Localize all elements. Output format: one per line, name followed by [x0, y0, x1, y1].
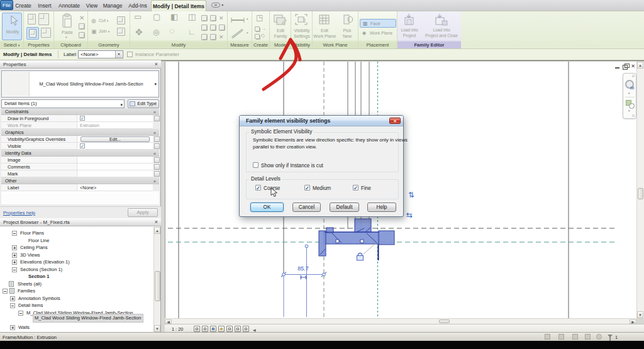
ok-button[interactable]: OK — [250, 202, 284, 212]
insert-component-icon[interactable] — [255, 34, 260, 39]
tree-item-3d-views[interactable]: 3D Views — [0, 252, 153, 259]
collapse-expander-icon[interactable] — [3, 289, 8, 294]
delete-icon[interactable]: ✕ — [219, 15, 224, 21]
diamond-icon[interactable]: ◇ — [261, 33, 265, 39]
align-icon[interactable]: ▭ — [134, 14, 142, 20]
crop-region-icon[interactable] — [243, 326, 249, 332]
visibility-settings-button[interactable]: Visibility — [291, 28, 313, 33]
editable-only-icon[interactable] — [585, 334, 591, 340]
family-category-icon[interactable] — [38, 13, 49, 25]
project-browser-title-bar[interactable]: Project Browser - M_Fixed.rfa × — [0, 218, 161, 226]
tree-item-elevations[interactable]: Elevations (Elevation 1) — [0, 258, 153, 266]
view-scale-button[interactable]: 1 : 20 — [172, 326, 183, 332]
unpin-icon[interactable] — [201, 25, 208, 31]
tab-add-ins[interactable]: Add-Ins — [126, 0, 150, 11]
scroll-down-icon[interactable]: ▼ — [637, 311, 643, 318]
cut-button[interactable]: Cut ▾ — [99, 18, 108, 23]
property-row[interactable]: Draw in Foreground ✓ — [1, 115, 159, 122]
family-types-icon[interactable] — [28, 14, 36, 25]
tree-item-walls[interactable]: Walls — [0, 324, 153, 331]
type-selector[interactable]: M_Clad Wood Sliding Window-Fixed Jamb-Se… — [1, 70, 159, 97]
project-browser-scrollbar[interactable]: ▲ ▼ — [153, 227, 160, 332]
placement-face-button[interactable]: ▩ Face — [360, 19, 396, 28]
apply-button[interactable]: Apply — [128, 208, 158, 217]
tree-item-annotation-symbols[interactable]: Annotation Symbols — [0, 295, 153, 302]
lock-icon[interactable] — [219, 25, 225, 31]
tab-create[interactable]: Create — [13, 0, 34, 11]
show-only-if-cut-checkbox[interactable] — [253, 162, 258, 168]
select-circle-icon[interactable] — [596, 334, 602, 340]
draw-in-foreground-value[interactable]: ✓ — [77, 115, 153, 122]
tree-item-floor-plans[interactable]: Floor Plans — [0, 230, 153, 237]
scrollbar-thumb[interactable] — [155, 271, 160, 301]
chevron-left-icon[interactable]: ◀ — [253, 328, 256, 332]
paste-button[interactable]: Paste — [57, 30, 78, 35]
edit-type-button[interactable]: Edit Type — [128, 99, 159, 108]
steering-wheel-icon[interactable] — [625, 80, 634, 89]
property-row[interactable]: Comments — [1, 163, 159, 170]
close-icon[interactable]: × — [155, 61, 158, 68]
image-value[interactable] — [77, 157, 153, 163]
label-dropdown[interactable]: <None>▾ — [78, 50, 123, 58]
property-row[interactable]: Visibility/Graphics Overrides Edit... — [1, 136, 159, 143]
demolish-icon[interactable] — [117, 28, 125, 36]
expand-expander-icon[interactable] — [12, 253, 17, 258]
scroll-right-icon[interactable]: ▶ — [630, 319, 636, 324]
create-group-icon[interactable]: → — [261, 26, 266, 32]
tree-item-sheets[interactable]: Sheets (all) — [0, 280, 153, 288]
tree-item-families[interactable]: Families — [0, 287, 153, 295]
move-icon[interactable]: ✥ — [135, 29, 143, 35]
edit-overrides-button[interactable]: Edit... — [80, 136, 150, 142]
tree-item-floor-line[interactable]: Floor Line — [0, 237, 153, 245]
property-group-row[interactable]: Other« — [1, 177, 159, 184]
corner-icon[interactable]: ✕ — [219, 34, 224, 40]
copy-modify-icon[interactable]: ◎ — [153, 29, 159, 35]
type-properties-icon[interactable] — [41, 28, 51, 38]
associate-parameter-button[interactable] — [154, 171, 160, 177]
associate-parameter-button[interactable] — [154, 136, 160, 142]
placement-work-plane-button[interactable]: Work Plane — [370, 31, 392, 35]
visible-value[interactable]: ✓ — [77, 143, 153, 150]
property-group-row[interactable]: Graphics« — [1, 129, 159, 136]
split-element-icon[interactable] — [210, 34, 216, 40]
properties-filter-dropdown[interactable]: Detail Items (1) ▾ — [1, 99, 125, 108]
vertical-scrollbar[interactable]: ▲ ▼ — [636, 62, 644, 318]
dialog-close-button[interactable]: × — [389, 118, 401, 124]
tab-insert[interactable]: Insert — [35, 0, 54, 11]
close-icon[interactable]: × — [155, 219, 158, 226]
associate-parameter-button[interactable] — [154, 143, 160, 149]
dialog-title-bar[interactable]: Family element visibility settings — [240, 116, 403, 126]
mark-value[interactable] — [77, 170, 153, 177]
chevron-down-icon[interactable]: ▾ — [628, 91, 630, 95]
load-into-project-button[interactable]: Load into — [397, 28, 421, 32]
chevron-down-icon[interactable]: ▾ — [628, 109, 630, 113]
exclude-options-icon[interactable] — [572, 334, 578, 340]
split-icon[interactable]: ◫ — [188, 14, 196, 20]
sun-path-icon[interactable] — [210, 326, 216, 332]
tab-annotate[interactable]: Annotate — [55, 0, 83, 11]
edit-family-button[interactable]: Edit — [270, 28, 291, 33]
ribbon-display-toggle[interactable]: ▾ — [211, 3, 230, 9]
collapse-expander-icon[interactable] — [12, 267, 17, 272]
expand-expander-icon[interactable] — [10, 325, 15, 330]
instance-parameter-checkbox[interactable] — [127, 52, 133, 57]
tree-item-detail-items[interactable]: Detail Items — [0, 302, 153, 309]
help-button[interactable]: Help — [367, 202, 396, 212]
match-properties-icon[interactable] — [79, 32, 85, 38]
default-button[interactable]: Default — [330, 202, 359, 212]
worksets-icon[interactable] — [545, 334, 550, 340]
scroll-down-icon[interactable]: ▼ — [154, 325, 160, 332]
mirror-icon[interactable]: ◧ — [170, 14, 178, 20]
minimize-icon[interactable] — [614, 64, 620, 69]
cancel-button[interactable]: Cancel — [292, 202, 321, 212]
dimension-value[interactable]: 85.7 — [297, 265, 309, 272]
tree-item-sections[interactable]: Sections (Section 1) — [0, 266, 153, 274]
pin-icon[interactable] — [210, 25, 216, 31]
tab-view[interactable]: View — [84, 0, 99, 11]
tree-item-section-1[interactable]: Section 1 — [0, 273, 153, 280]
tree-item-ceiling-plans[interactable]: Ceiling Plans — [0, 244, 153, 252]
properties-help-link[interactable]: Properties help — [3, 210, 35, 216]
flip-horizontal-control-icon[interactable]: ⇆ — [406, 211, 413, 219]
edit-work-plane-button[interactable]: Edit — [313, 28, 336, 33]
property-row[interactable]: Label <None> — [1, 184, 159, 191]
